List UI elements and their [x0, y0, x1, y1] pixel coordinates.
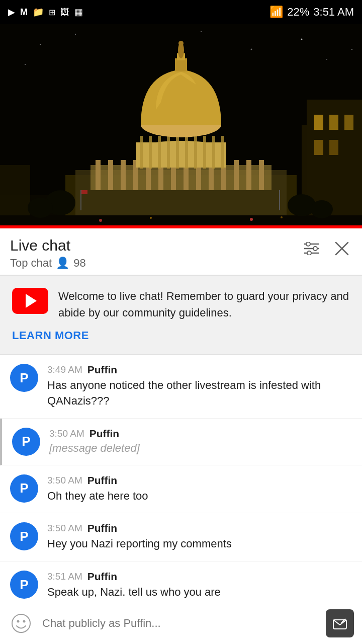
message-user: Puffin: [87, 364, 117, 376]
svg-point-4: [326, 59, 327, 60]
message-time: 3:50 AM: [47, 475, 82, 486]
message-text: Hey you Nazi reporting my comments: [47, 536, 352, 552]
chat-body: Welcome to live chat! Remember to guard …: [0, 276, 362, 644]
svg-rect-32: [234, 160, 239, 190]
status-bar: ▶ M 📁 ⊞ 🖼 ▦ 📶 22% 3:51 AM: [0, 0, 362, 24]
send-icon: [332, 616, 347, 631]
message-content: 3:50 AM Puffin [message deleted]: [49, 428, 352, 455]
play-icon: [26, 294, 37, 308]
svg-rect-39: [158, 136, 161, 169]
message-user: Puffin: [87, 571, 117, 583]
send-button[interactable]: [326, 609, 354, 637]
welcome-content: Welcome to live chat! Remember to guard …: [12, 288, 350, 321]
svg-rect-23: [121, 160, 126, 190]
message-user: Puffin: [89, 428, 119, 440]
svg-point-69: [307, 251, 311, 255]
avatar: P: [10, 522, 38, 550]
svg-point-74: [23, 620, 26, 622]
chat-messages: P 3:49 AM Puffin Has anyone noticed the …: [0, 355, 362, 644]
message-content: 3:50 AM Puffin Oh they ate here too: [47, 474, 352, 504]
svg-point-58: [250, 218, 253, 221]
svg-rect-41: [176, 136, 179, 169]
status-notifications: ▶ M 📁 ⊞ 🖼 ▦: [8, 7, 83, 18]
close-button[interactable]: [332, 238, 352, 259]
svg-rect-38: [149, 136, 152, 169]
clock: 3:51 AM: [313, 6, 354, 19]
message-meta: 3:50 AM Puffin: [47, 522, 352, 534]
svg-rect-44: [203, 136, 206, 169]
svg-point-7: [201, 31, 202, 32]
message-time: 3:50 AM: [47, 523, 82, 534]
svg-point-57: [150, 217, 152, 219]
svg-rect-42: [185, 136, 188, 169]
svg-point-67: [306, 242, 310, 246]
video-progress-bar: [0, 225, 362, 228]
message-text: Speak up, Nazi. tell us who you are: [47, 585, 352, 600]
svg-line-76: [333, 620, 340, 625]
svg-rect-13: [314, 115, 323, 130]
svg-rect-54: [81, 190, 87, 194]
youtube-logo: [12, 288, 48, 314]
svg-point-63: [311, 200, 333, 218]
svg-rect-14: [329, 115, 338, 130]
svg-rect-16: [314, 140, 323, 155]
avatar: P: [12, 428, 40, 456]
welcome-text: Welcome to live chat! Remember to guard …: [58, 288, 350, 321]
svg-rect-40: [167, 136, 170, 169]
close-icon: [335, 242, 349, 256]
chat-message: P 3:50 AM Puffin Oh they ate here too: [0, 465, 362, 514]
message-time: 3:51 AM: [47, 571, 82, 582]
status-info: 📶 22% 3:51 AM: [269, 6, 354, 19]
chat-message: P 3:50 AM Puffin Hey you Nazi reporting …: [0, 513, 362, 561]
m-icon: M: [20, 7, 28, 18]
battery-level: 22%: [287, 6, 309, 19]
svg-point-2: [75, 34, 76, 35]
svg-rect-45: [212, 136, 215, 169]
video-thumbnail: [0, 24, 362, 228]
video-player[interactable]: [0, 24, 362, 228]
top-chat-label: Top chat: [10, 257, 52, 270]
chat-subtitle: Top chat 👤 98: [10, 257, 86, 270]
message-content: 3:49 AM Puffin Has anyone noticed the ot…: [47, 364, 352, 409]
avatar: P: [10, 364, 38, 392]
chat-input[interactable]: [42, 613, 318, 633]
svg-point-1: [40, 44, 41, 45]
message-user: Puffin: [87, 522, 117, 534]
emoji-button[interactable]: [8, 610, 34, 636]
svg-point-3: [301, 39, 303, 40]
svg-point-56: [99, 219, 102, 222]
message-meta: 3:50 AM Puffin: [49, 428, 352, 440]
chat-header-actions: [302, 236, 352, 259]
message-deleted: [message deleted]: [49, 442, 352, 455]
svg-point-72: [12, 614, 30, 632]
grid-icon: ▦: [74, 7, 83, 18]
emoji-icon: [11, 613, 31, 633]
svg-rect-43: [194, 136, 197, 169]
message-content: 3:50 AM Puffin Hey you Nazi reporting my…: [47, 522, 352, 552]
chat-message: P 3:49 AM Puffin Has anyone noticed the …: [0, 355, 362, 419]
chat-header-info: Live chat Top chat 👤 98: [10, 236, 86, 270]
photo-icon: 🖼: [60, 7, 69, 18]
filter-icon: [304, 242, 319, 255]
chat-header: Live chat Top chat 👤 98: [0, 228, 362, 275]
svg-rect-46: [221, 136, 224, 169]
svg-point-8: [251, 49, 252, 50]
svg-rect-37: [140, 136, 143, 169]
avatar: P: [10, 474, 38, 503]
svg-rect-20: [90, 165, 272, 190]
youtube-notification-icon: ▶: [8, 7, 15, 18]
svg-rect-34: [259, 160, 264, 190]
viewer-count: 98: [73, 257, 85, 270]
learn-more-button[interactable]: LEARN MORE: [12, 329, 350, 342]
cast-icon: ⊞: [49, 8, 55, 17]
svg-rect-22: [108, 160, 113, 190]
chat-message: P 3:50 AM Puffin [message deleted]: [0, 419, 362, 465]
welcome-banner: Welcome to live chat! Remember to guard …: [0, 276, 362, 355]
svg-point-5: [25, 64, 26, 65]
svg-rect-33: [246, 160, 251, 190]
viewer-icon: 👤: [56, 257, 69, 270]
files-icon: 📁: [33, 7, 44, 18]
svg-rect-15: [344, 115, 353, 130]
svg-rect-17: [329, 140, 338, 155]
filter-button[interactable]: [302, 238, 322, 259]
